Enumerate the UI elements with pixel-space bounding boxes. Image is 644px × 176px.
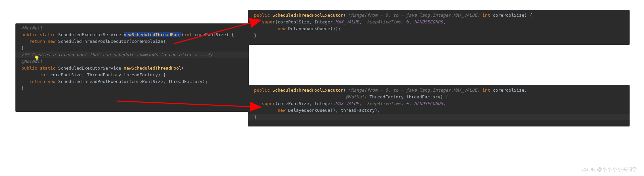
code-line: } bbox=[15, 45, 249, 52]
code-line: /** Creates a thread pool that can sched… bbox=[15, 52, 249, 58]
code-line: public ScheduledThreadPoolExecutor( @Ran… bbox=[248, 87, 630, 94]
code-line: @NotNull bbox=[15, 58, 249, 65]
code-panel-top-right: public ScheduledThreadPoolExecutor( @Ran… bbox=[248, 10, 630, 45]
code-line: return new ScheduledThreadPoolExecutor(c… bbox=[15, 78, 249, 85]
lightbulb-icon[interactable]: 💡 bbox=[34, 56, 40, 61]
code-line: } bbox=[248, 114, 630, 120]
code-line: new DelayedWorkQueue()); bbox=[248, 25, 630, 32]
code-line: int corePoolSize, ThreadFactory threadFa… bbox=[15, 72, 249, 78]
code-line: } bbox=[15, 85, 249, 92]
watermark: CSDN @小小小小关同学 bbox=[581, 166, 637, 173]
code-line: super(corePoolSize, Integer.MAX_VALUE, k… bbox=[248, 19, 630, 25]
code-line: @NotNull bbox=[15, 25, 249, 31]
code-line: public ScheduledThreadPoolExecutor( @Ran… bbox=[248, 12, 630, 19]
code-line: } bbox=[248, 32, 630, 39]
code-line: public static ScheduledExecutorService n… bbox=[15, 31, 249, 38]
code-line: public static ScheduledExecutorService n… bbox=[15, 65, 249, 72]
code-line: super(corePoolSize, Integer.MAX_VALUE, k… bbox=[248, 100, 630, 107]
code-panel-left: 💡 @NotNull public static ScheduledExecut… bbox=[15, 23, 249, 112]
code-line: return new ScheduledThreadPoolExecutor(c… bbox=[15, 38, 249, 45]
code-line: new DelayedWorkQueue(), threadFactory); bbox=[248, 107, 630, 114]
code-panel-bottom-right: public ScheduledThreadPoolExecutor( @Ran… bbox=[248, 85, 630, 126]
code-line: @NotNull ThreadFactory threadFactory) { bbox=[248, 94, 630, 100]
